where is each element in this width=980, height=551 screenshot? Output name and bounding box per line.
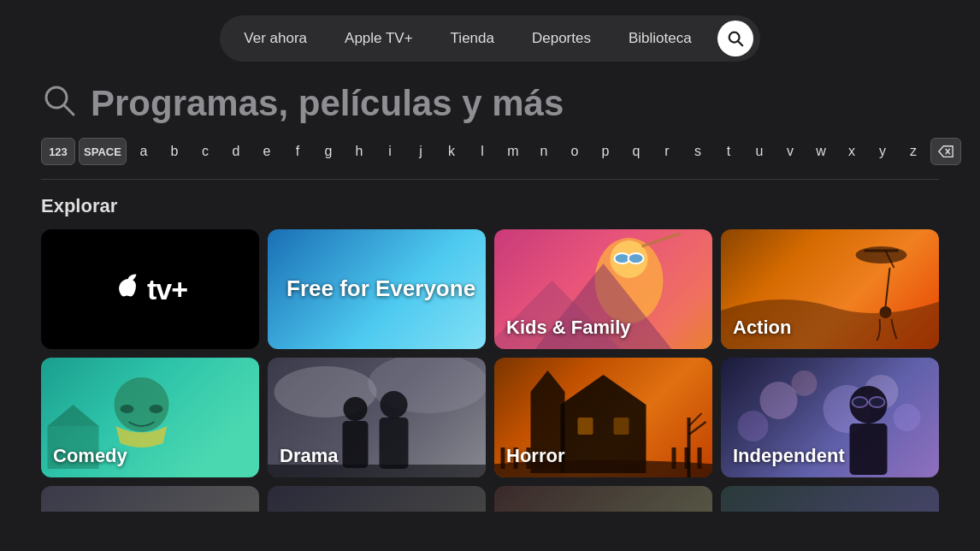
genre-card-drama[interactable]: Drama: [268, 358, 486, 477]
svg-point-52: [894, 404, 921, 431]
divider: [41, 179, 939, 180]
bottom-hint-card-2: [268, 486, 486, 512]
nav-tienda[interactable]: Tienda: [434, 23, 511, 54]
key-f[interactable]: f: [284, 138, 311, 165]
explore-section: Explorar tv+ Free for Everyone: [0, 195, 980, 512]
genre-label-free: Free for Everyone: [286, 276, 475, 302]
genre-label-kids: Kids & Family: [506, 317, 630, 339]
svg-point-21: [150, 405, 163, 413]
key-o[interactable]: o: [561, 138, 588, 165]
svg-rect-42: [578, 418, 593, 435]
key-c[interactable]: c: [192, 138, 219, 165]
bottom-hint-card-4: [721, 486, 939, 512]
genre-label-comedy: Comedy: [53, 445, 127, 467]
key-w[interactable]: w: [807, 138, 835, 165]
key-d[interactable]: d: [222, 138, 250, 165]
key-r[interactable]: r: [653, 138, 681, 165]
key-n[interactable]: n: [530, 138, 558, 165]
svg-rect-28: [343, 421, 369, 468]
key-u[interactable]: u: [746, 138, 773, 165]
svg-point-20: [121, 405, 134, 413]
search-title: Programas, películas y más: [91, 83, 564, 124]
appletv-text: tv+: [147, 273, 187, 306]
key-m[interactable]: m: [499, 138, 527, 165]
appletv-logo: tv+: [113, 270, 187, 308]
key-y[interactable]: y: [869, 138, 896, 165]
svg-line-46: [689, 413, 702, 426]
key-space[interactable]: SPACE: [79, 138, 127, 165]
key-123[interactable]: 123: [41, 138, 75, 165]
search-icon-large: [41, 82, 77, 124]
svg-point-14: [856, 246, 907, 264]
search-button[interactable]: [717, 21, 753, 56]
genre-card-kids[interactable]: Kids & Family: [494, 229, 712, 349]
svg-line-10: [642, 234, 681, 246]
genre-label-horror: Horror: [506, 445, 564, 467]
key-backspace[interactable]: [930, 138, 961, 165]
svg-point-47: [760, 382, 798, 419]
svg-point-56: [870, 397, 885, 407]
svg-point-49: [792, 370, 818, 396]
svg-marker-33: [561, 375, 646, 405]
bottom-hint-card-1: [41, 486, 259, 512]
svg-point-29: [381, 391, 408, 418]
key-g[interactable]: g: [315, 138, 342, 165]
key-i[interactable]: i: [376, 138, 404, 165]
key-q[interactable]: q: [623, 138, 650, 165]
svg-rect-54: [850, 424, 888, 475]
nav-biblioteca[interactable]: Biblioteca: [611, 23, 709, 54]
bottom-row-hint: [41, 486, 939, 512]
svg-line-1: [738, 41, 742, 45]
key-v[interactable]: v: [776, 138, 804, 165]
svg-point-48: [738, 411, 769, 441]
key-b[interactable]: b: [161, 138, 188, 165]
svg-point-9: [629, 253, 644, 264]
svg-line-3: [64, 105, 74, 115]
key-a[interactable]: a: [130, 138, 157, 165]
key-p[interactable]: p: [592, 138, 619, 165]
svg-rect-30: [380, 418, 409, 469]
search-header: Programas, películas y más: [0, 74, 980, 138]
svg-point-27: [344, 397, 368, 421]
key-l[interactable]: l: [469, 138, 496, 165]
key-e[interactable]: e: [253, 138, 280, 165]
top-navigation: Ver ahora Apple TV+ Tienda Deportes Bibl…: [0, 0, 980, 74]
nav-ver-ahora[interactable]: Ver ahora: [227, 23, 324, 54]
nav-deportes[interactable]: Deportes: [515, 23, 608, 54]
genre-card-comedy[interactable]: Comedy: [41, 358, 259, 477]
keyboard-row: 123 SPACE a b c d e f g h i j k l m n o …: [0, 138, 980, 179]
key-s[interactable]: s: [684, 138, 711, 165]
svg-marker-35: [531, 370, 565, 392]
svg-marker-23: [48, 405, 99, 426]
key-j[interactable]: j: [407, 138, 434, 165]
key-k[interactable]: k: [438, 138, 465, 165]
genre-card-action[interactable]: Action: [721, 229, 939, 349]
genre-label-action: Action: [733, 317, 791, 339]
key-h[interactable]: h: [345, 138, 373, 165]
explore-title: Explorar: [41, 195, 939, 217]
svg-point-55: [853, 397, 868, 407]
nav-appletv[interactable]: Apple TV+: [328, 23, 430, 54]
key-z[interactable]: z: [900, 138, 927, 165]
genre-card-independent[interactable]: Independent: [721, 358, 939, 477]
key-t[interactable]: t: [715, 138, 742, 165]
svg-point-19: [115, 377, 169, 432]
genre-card-horror[interactable]: Horror: [494, 358, 712, 477]
bottom-hint-card-3: [494, 486, 712, 512]
svg-rect-43: [614, 418, 629, 435]
nav-pill: Ver ahora Apple TV+ Tienda Deportes Bibl…: [220, 15, 759, 62]
genre-label-drama: Drama: [280, 445, 338, 467]
genre-card-free[interactable]: Free for Everyone: [268, 229, 486, 349]
genre-grid: tv+ Free for Everyone Kids & Family: [41, 229, 939, 477]
genre-label-independent: Independent: [733, 445, 845, 467]
genre-card-appletv[interactable]: tv+: [41, 229, 259, 349]
key-x[interactable]: x: [838, 138, 865, 165]
